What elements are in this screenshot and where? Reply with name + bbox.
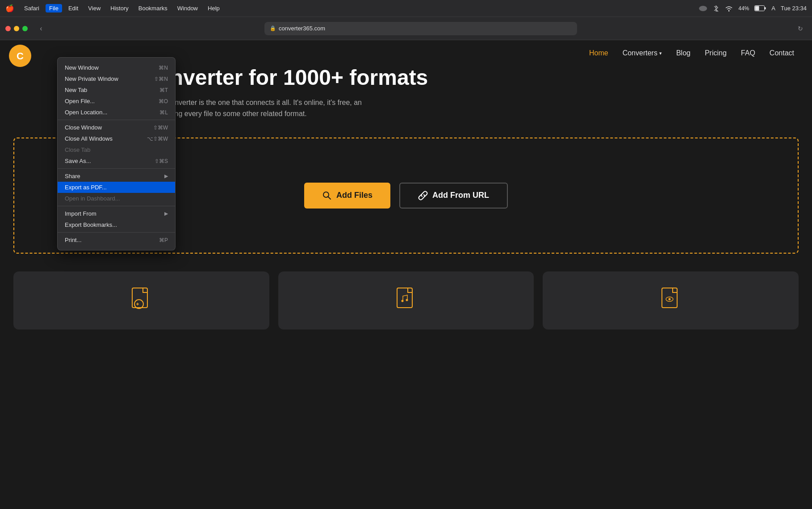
svg-point-17 bbox=[402, 300, 404, 302]
traffic-lights bbox=[5, 26, 28, 31]
svg-point-18 bbox=[406, 299, 408, 301]
bluetooth-icon bbox=[712, 5, 720, 12]
apple-logo-icon[interactable]: 🍎 bbox=[5, 4, 14, 13]
address-bar[interactable]: 🔒 converter365.com bbox=[264, 22, 577, 35]
converters-chevron-icon: ▾ bbox=[659, 50, 662, 56]
menu-save-as[interactable]: Save As... ⇧⌘S bbox=[58, 155, 175, 167]
feature-icon-3 bbox=[660, 287, 682, 314]
menu-close-tab: Close Tab bbox=[58, 144, 175, 155]
svg-marker-2 bbox=[716, 9, 718, 11]
title-bar: 🍎 Safari File Edit View History Bookmark… bbox=[0, 0, 812, 17]
svg-marker-1 bbox=[716, 6, 718, 9]
wifi-icon bbox=[725, 5, 733, 12]
feature-card-1 bbox=[13, 271, 269, 330]
menu-history[interactable]: History bbox=[107, 4, 132, 13]
nav-home[interactable]: Home bbox=[589, 49, 608, 57]
battery-icon bbox=[754, 5, 766, 11]
menu-section-print: Print... ⌘P bbox=[58, 233, 175, 247]
svg-point-0 bbox=[699, 6, 707, 11]
menu-section-close: Close Window ⇧⌘W Close All Windows ⌥⇧⌘W … bbox=[58, 120, 175, 169]
menu-close-all-windows[interactable]: Close All Windows ⌥⇧⌘W bbox=[58, 133, 175, 144]
clock-display: Tue 23:34 bbox=[781, 5, 807, 12]
url-display: converter365.com bbox=[279, 25, 325, 32]
menu-import-from[interactable]: Import From ▶ bbox=[58, 208, 175, 219]
feature-icon-1 bbox=[130, 287, 152, 314]
feature-icon-2 bbox=[395, 287, 417, 314]
svg-line-11 bbox=[328, 196, 331, 199]
svg-rect-6 bbox=[755, 6, 759, 11]
nav-converters[interactable]: Converters ▾ bbox=[623, 49, 662, 57]
menu-edit[interactable]: Edit bbox=[65, 4, 82, 13]
reload-button[interactable]: ↻ bbox=[794, 22, 807, 35]
title-bar-left: 🍎 Safari File Edit View History Bookmark… bbox=[5, 4, 699, 13]
fullscreen-window-button[interactable] bbox=[22, 26, 28, 31]
nav-contact[interactable]: Contact bbox=[770, 49, 794, 57]
nav-blog[interactable]: Blog bbox=[676, 49, 691, 57]
menu-section-new: New Window ⌘N New Private Window ⇧⌘N New… bbox=[58, 60, 175, 120]
site-logo: C bbox=[9, 45, 31, 69]
link-icon bbox=[418, 191, 428, 200]
svg-rect-16 bbox=[397, 288, 412, 308]
menu-section-share: Share ▶ Export as PDF... Open in Dashboa… bbox=[58, 169, 175, 206]
feature-cards-section bbox=[0, 263, 812, 338]
menu-open-location[interactable]: Open Location... ⌘L bbox=[58, 107, 175, 118]
menu-open-file[interactable]: Open File... ⌘O bbox=[58, 96, 175, 107]
search-icon bbox=[322, 191, 332, 200]
website-content: C Home Converters ▾ Blog Pricing FAQ Con… bbox=[0, 40, 812, 509]
browser-toolbar: ‹ 🔒 converter365.com ↻ bbox=[0, 17, 812, 40]
menu-export-bookmarks[interactable]: Export Bookmarks... bbox=[58, 219, 175, 230]
feature-card-3 bbox=[543, 271, 799, 330]
menu-new-tab[interactable]: New Tab ⌘T bbox=[58, 84, 175, 96]
lock-icon: 🔒 bbox=[270, 25, 276, 31]
menu-open-dashboard: Open in Dashboard... bbox=[58, 193, 175, 204]
file-menu-dropdown[interactable]: New Window ⌘N New Private Window ⇧⌘N New… bbox=[57, 57, 176, 250]
svg-rect-7 bbox=[765, 7, 766, 9]
menu-print[interactable]: Print... ⌘P bbox=[58, 234, 175, 246]
nav-faq[interactable]: FAQ bbox=[741, 49, 755, 57]
close-window-button[interactable] bbox=[5, 26, 11, 31]
menu-new-window[interactable]: New Window ⌘N bbox=[58, 62, 175, 73]
svg-rect-19 bbox=[662, 288, 677, 308]
menu-help[interactable]: Help bbox=[204, 4, 223, 13]
back-button[interactable]: ‹ bbox=[35, 22, 47, 35]
nav-pricing[interactable]: Pricing bbox=[705, 49, 727, 57]
menu-export-pdf[interactable]: Export as PDF... bbox=[58, 182, 175, 193]
menu-section-bookmarks: Import From ▶ Export Bookmarks... bbox=[58, 206, 175, 233]
title-bar-right: 44% A Tue 23:34 bbox=[699, 5, 807, 12]
feature-card-2 bbox=[278, 271, 534, 330]
svg-text:C: C bbox=[17, 50, 24, 62]
menu-window[interactable]: Window bbox=[174, 4, 201, 13]
battery-percent: 44% bbox=[738, 5, 749, 12]
siri-icon bbox=[699, 6, 707, 11]
menu-share[interactable]: Share ▶ bbox=[58, 171, 175, 182]
menu-close-window[interactable]: Close Window ⇧⌘W bbox=[58, 122, 175, 133]
menu-view[interactable]: View bbox=[84, 4, 104, 13]
add-files-button[interactable]: Add Files bbox=[304, 183, 390, 209]
menu-new-private-window[interactable]: New Private Window ⇧⌘N bbox=[58, 73, 175, 84]
svg-point-21 bbox=[668, 298, 670, 300]
minimize-window-button[interactable] bbox=[14, 26, 19, 31]
menu-safari[interactable]: Safari bbox=[21, 4, 43, 13]
drop-zone-buttons: Add Files Add From URL bbox=[304, 183, 508, 209]
menu-file[interactable]: File bbox=[46, 4, 62, 13]
menu-bookmarks[interactable]: Bookmarks bbox=[135, 4, 171, 13]
add-url-button[interactable]: Add From URL bbox=[399, 183, 508, 209]
keyboard-icon: A bbox=[771, 5, 775, 12]
